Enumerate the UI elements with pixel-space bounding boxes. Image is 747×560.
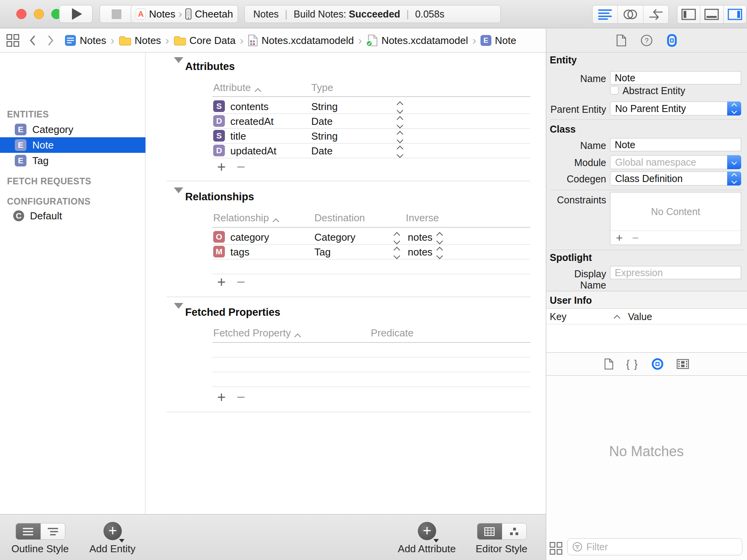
run-button[interactable]	[59, 5, 93, 23]
version-editor-button[interactable]	[643, 5, 668, 23]
remove-fetched-property-button[interactable]: −	[237, 389, 245, 406]
destination-stepper[interactable]	[395, 248, 399, 258]
module-combobox[interactable]: Global namespace	[610, 155, 741, 169]
inverse-stepper[interactable]	[437, 248, 442, 258]
parent-entity-popup[interactable]: No Parent Entity	[610, 102, 741, 116]
media-library-icon[interactable]	[677, 359, 689, 369]
sidebar-item-category[interactable]: E Category	[0, 122, 146, 137]
remove-attribute-row-button[interactable]: −	[237, 159, 245, 175]
sidebar-item-tag[interactable]: E Tag	[0, 153, 146, 168]
relationship-inverse: notes	[408, 231, 433, 243]
type-stepper[interactable]	[398, 102, 402, 113]
user-info-key-header[interactable]: Key	[550, 311, 566, 322]
outline-style-hierarchy-button[interactable]	[40, 523, 65, 539]
stop-button[interactable]	[100, 5, 133, 23]
standard-editor-button[interactable]	[593, 5, 617, 23]
breadcrumb-group-notes[interactable]: Notes	[119, 35, 161, 47]
quick-help-inspector-icon[interactable]: ?	[640, 34, 653, 47]
column-header-relationship[interactable]: Relationship	[213, 212, 278, 224]
minimize-window-button[interactable]	[34, 9, 44, 19]
disclosure-triangle-icon	[174, 187, 183, 200]
close-window-button[interactable]	[16, 9, 26, 19]
section-header-configurations: CONFIGURATIONS	[7, 196, 91, 207]
attributes-section-title: Attributes	[185, 61, 235, 73]
fetched-properties-disclosure[interactable]	[174, 309, 183, 316]
codegen-popup[interactable]: Class Definition	[610, 172, 741, 186]
code-snippet-library-icon[interactable]: { }	[626, 358, 638, 370]
data-model-file-icon	[248, 34, 258, 47]
add-relationship-row-button[interactable]: +	[217, 274, 226, 290]
scheme-selector[interactable]: A Notes › Cheetah	[131, 5, 238, 23]
remove-constraint-button[interactable]: −	[632, 231, 639, 245]
column-header-type[interactable]: Type	[311, 82, 333, 94]
breadcrumb-separator: ›	[165, 34, 169, 47]
row-separator	[212, 387, 530, 387]
assistant-editor-button[interactable]	[617, 5, 643, 23]
filter-placeholder: Filter	[586, 541, 608, 553]
relationships-section-title: Relationships	[185, 191, 254, 203]
editor-style-graph-button[interactable]	[502, 523, 527, 539]
user-info-value-header[interactable]: Value	[628, 311, 652, 322]
type-stepper[interactable]	[398, 117, 402, 128]
entity-badge: E	[15, 139, 26, 151]
column-header-attribute[interactable]: Attribute	[213, 82, 260, 94]
go-forward-button[interactable]	[47, 35, 54, 46]
toggle-inspectors-button[interactable]	[723, 5, 746, 23]
remove-relationship-row-button[interactable]: −	[237, 274, 245, 290]
display-name-field[interactable]: Expression	[610, 266, 741, 279]
type-stepper[interactable]	[398, 147, 402, 157]
add-attribute-dropdown-caret[interactable]	[433, 539, 439, 542]
library-content-area	[546, 376, 747, 560]
toggle-debug-area-button[interactable]	[700, 5, 723, 23]
destination-name: Cheetah	[195, 8, 233, 20]
section-header-fetch-requests: FETCH REQUESTS	[7, 176, 91, 187]
sidebar-item-note[interactable]: E Note	[0, 137, 146, 153]
row-separator	[212, 259, 530, 259]
abstract-entity-checkbox[interactable]	[610, 86, 619, 94]
sidebar-item-default[interactable]: C Default	[0, 208, 146, 224]
go-back-button[interactable]	[30, 35, 36, 46]
library-empty-text: No Matches	[546, 443, 747, 460]
row-separator	[212, 357, 530, 357]
breadcrumb-entity-note[interactable]: E Note	[480, 35, 516, 47]
breadcrumb-group-coredata[interactable]: Core Data	[174, 35, 236, 47]
table-grid-icon	[484, 527, 495, 536]
inverse-stepper[interactable]	[437, 233, 442, 243]
outline-style-list-button[interactable]	[16, 523, 40, 539]
entity-name-label: Name	[549, 73, 606, 84]
editor-style-label: Editor Style	[476, 543, 528, 555]
add-fetched-property-button[interactable]: +	[217, 389, 226, 406]
add-attribute-button[interactable]: +	[418, 522, 436, 540]
row-separator	[212, 372, 530, 372]
column-header-fetched-property[interactable]: Fetched Property	[213, 327, 300, 339]
disclosure-triangle-icon	[174, 303, 183, 315]
editor-style-segmented-control	[477, 523, 527, 540]
breadcrumb-xcdatamodel[interactable]: Notes.xcdatamodel	[366, 34, 468, 47]
related-items-button[interactable]	[6, 34, 19, 47]
destination-stepper[interactable]	[395, 233, 399, 243]
column-header-predicate[interactable]: Predicate	[371, 327, 414, 339]
constraints-box[interactable]: No Content + −	[610, 192, 741, 245]
attributes-disclosure[interactable]	[174, 63, 183, 70]
add-entity-dropdown-caret[interactable]	[119, 539, 124, 542]
breadcrumb-project[interactable]: Notes	[65, 35, 106, 47]
add-attribute-row-button[interactable]: +	[217, 159, 226, 175]
breadcrumb-xcdatamodeld[interactable]: Notes.xcdatamodeld	[248, 34, 354, 47]
entity-name-field[interactable]: Note	[610, 71, 741, 84]
column-header-inverse[interactable]: Inverse	[406, 212, 439, 224]
toggle-navigator-button[interactable]	[677, 5, 700, 23]
object-library-icon[interactable]	[651, 357, 664, 371]
file-inspector-icon[interactable]	[616, 34, 626, 47]
add-entity-button[interactable]: +	[103, 522, 122, 540]
file-template-library-icon[interactable]	[604, 358, 614, 370]
data-model-inspector-icon[interactable]	[667, 34, 677, 47]
add-constraint-button[interactable]: +	[616, 231, 623, 245]
column-header-destination[interactable]: Destination	[314, 212, 365, 224]
library-filter-input[interactable]: Filter	[567, 538, 742, 555]
editor-style-table-button[interactable]	[477, 523, 502, 539]
breadcrumb-separator: ›	[472, 34, 476, 47]
relationships-disclosure[interactable]	[174, 193, 183, 200]
type-stepper[interactable]	[398, 132, 402, 142]
library-view-toggle-icon[interactable]	[549, 542, 563, 555]
class-name-field[interactable]: Note	[610, 138, 741, 151]
